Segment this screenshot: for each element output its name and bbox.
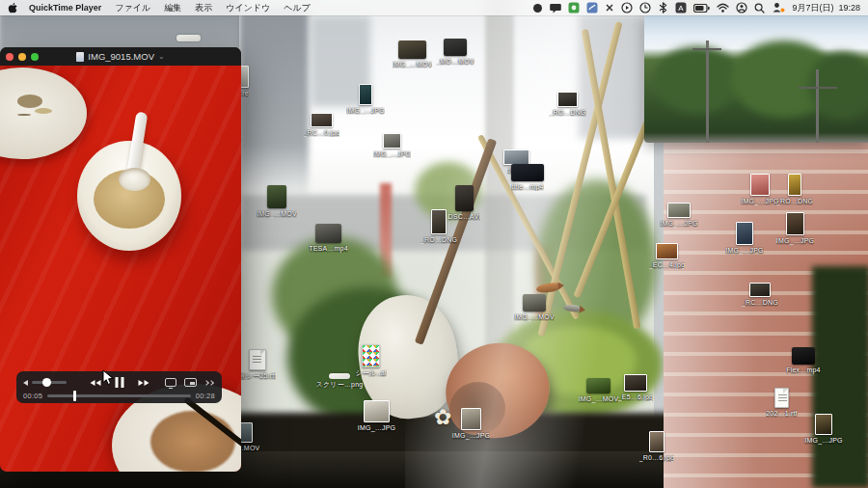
doc-thumbnail[interactable] <box>249 349 266 370</box>
desktop-icon[interactable]: IMG_…MOV <box>233 185 320 218</box>
desktop-icon[interactable]: IMG_…MOV <box>491 294 578 321</box>
photo-thumbnail[interactable] <box>815 414 832 435</box>
video-content[interactable]: 00:05 00:28 <box>0 66 241 472</box>
video-thumbnail[interactable] <box>523 294 546 312</box>
menu-item-4[interactable]: ウインドウ <box>219 2 277 14</box>
volume-slider[interactable] <box>32 381 67 384</box>
photo-thumbnail[interactable] <box>461 408 481 430</box>
video-thumbnail[interactable] <box>267 185 286 208</box>
desktop-icon[interactable]: IMG_…JPG <box>428 408 515 440</box>
pill-thumbnail[interactable] <box>329 373 350 379</box>
video-thumbnail[interactable] <box>455 185 474 211</box>
photo-thumbnail[interactable] <box>624 374 647 392</box>
quicktime-titlebar[interactable]: IMG_9015.MOV ⌄ <box>0 47 241 66</box>
minimize-button[interactable] <box>18 53 26 61</box>
desktop-icon[interactable]: _E5…6.jpg <box>592 374 679 401</box>
photo-thumbnail[interactable] <box>311 113 333 127</box>
desktop-icon[interactable]: IMG_…JPG <box>780 414 867 445</box>
quicktime-window[interactable]: IMG_9015.MOV ⌄ <box>0 47 241 472</box>
photo-thumbnail[interactable] <box>240 422 253 443</box>
desktop: ✿ i.reIMG_…MOV_MO…MOVIMG_…JPG_RC…0.jpgIM… <box>0 0 868 488</box>
photo-thumbnail[interactable] <box>786 212 804 235</box>
menu-item-app[interactable]: QuickTime Player <box>22 3 108 13</box>
chat-bubble-icon[interactable] <box>550 3 561 14</box>
desktop-icon[interactable] <box>146 35 232 41</box>
video-thumbnail[interactable] <box>315 224 341 243</box>
user-circle-icon[interactable] <box>736 2 747 14</box>
airplay-display-icon[interactable] <box>165 378 176 387</box>
close-x-icon[interactable] <box>605 3 614 13</box>
apple-logo-icon[interactable] <box>8 2 18 14</box>
close-button[interactable] <box>6 53 14 61</box>
desktop-icon[interactable]: シール..ai <box>328 344 415 377</box>
app-menus: QuickTime Playerファイル編集表示ウインドウヘルプ <box>22 2 317 14</box>
photo-thumbnail[interactable] <box>383 133 401 149</box>
icon-label: TESA…mp4 <box>309 245 348 253</box>
pill-thumbnail[interactable] <box>176 35 201 41</box>
desktop-icon[interactable]: IMG_…JPG <box>701 222 788 255</box>
desktop-icon[interactable]: IMG_…JPG <box>349 133 436 158</box>
timeline-scrubber[interactable] <box>47 394 190 397</box>
menubar-clock[interactable]: 19:28 <box>838 3 860 13</box>
bluetooth-icon[interactable] <box>658 2 668 14</box>
menu-item-1[interactable]: ファイル <box>108 2 157 14</box>
ime-a-icon[interactable]: A <box>675 2 687 14</box>
photo-thumbnail[interactable] <box>359 84 372 105</box>
picture-in-picture-icon[interactable] <box>184 378 197 387</box>
desktop-icon[interactable]: _MO…MOV <box>412 39 499 66</box>
clock-circle-icon[interactable] <box>639 2 651 14</box>
desktop-icon[interactable]: IMG_…JPG <box>334 400 420 432</box>
spotlight-search-icon[interactable] <box>754 3 765 14</box>
video-thumbnail[interactable] <box>792 347 815 365</box>
play-circle-icon[interactable] <box>621 2 633 14</box>
photo-thumbnail[interactable] <box>557 92 578 107</box>
battery-icon[interactable] <box>693 4 710 13</box>
desktop-icon[interactable]: _RO…DNG <box>525 92 611 117</box>
video-thumbnail[interactable] <box>511 164 544 181</box>
volume-icon[interactable] <box>23 380 28 386</box>
desktop-icon[interactable]: _RC…DNG <box>717 283 803 307</box>
menu-item-2[interactable]: 編集 <box>157 2 188 14</box>
fast-forward-button[interactable] <box>138 380 149 386</box>
more-chevrons-icon[interactable] <box>204 381 213 385</box>
desktop-icon[interactable]: IMG_…JPG <box>322 84 409 115</box>
desktop-icon[interactable]: Flex…mp4 <box>760 347 847 374</box>
app-dot-icon[interactable] <box>532 3 543 14</box>
menubar-date[interactable]: 9月7日(日) <box>792 2 833 14</box>
status-area: A 9月7日(日) 19:28 <box>532 2 860 14</box>
volume-knob[interactable] <box>42 378 51 387</box>
playback-controls[interactable]: 00:05 00:28 <box>16 371 222 403</box>
desktop-icon[interactable]: title…mp4 <box>484 164 571 191</box>
wifi-icon[interactable] <box>717 3 729 13</box>
menu-item-5[interactable]: ヘルプ <box>277 2 317 14</box>
photo-thumbnail[interactable] <box>749 283 771 297</box>
photo-thumbnail[interactable] <box>364 400 390 422</box>
video-spoon-bowl <box>119 168 150 191</box>
desktop-icon[interactable]: _RO…DNG <box>751 174 838 205</box>
pause-button[interactable] <box>115 377 123 388</box>
photo-thumbnail[interactable] <box>667 203 691 218</box>
icon-label: IMG_…MOV <box>257 210 297 218</box>
photo-thumbnail[interactable] <box>788 174 801 196</box>
desktop-icon[interactable]: _R0…6.jpg <box>613 431 700 462</box>
photo-thumbnail[interactable] <box>503 149 529 165</box>
desktop-icon[interactable]: TESA…mp4 <box>285 224 372 253</box>
desktop-icon[interactable]: _EC…4.jpg <box>624 243 711 269</box>
title-chevron-icon[interactable]: ⌄ <box>158 52 165 61</box>
user-badge-icon[interactable] <box>772 2 785 14</box>
photo-thumbnail[interactable] <box>736 222 753 245</box>
doc-thumbnail[interactable] <box>774 388 789 408</box>
rewind-button[interactable] <box>90 380 100 386</box>
ai-thumbnail[interactable] <box>362 344 380 367</box>
zoom-button[interactable] <box>31 53 39 61</box>
video-coffee-stain <box>150 411 234 472</box>
photo-thumbnail[interactable] <box>656 243 678 259</box>
video-thumbnail[interactable] <box>444 39 467 56</box>
menu-item-3[interactable]: 表示 <box>188 2 219 14</box>
photo-thumbnail[interactable] <box>649 431 665 452</box>
desktop-icon[interactable]: スクリー…png <box>296 373 383 389</box>
app-blue-icon[interactable] <box>586 2 598 14</box>
playhead[interactable] <box>73 391 76 401</box>
app-green-icon[interactable] <box>568 2 580 14</box>
svg-text:A: A <box>679 4 685 13</box>
